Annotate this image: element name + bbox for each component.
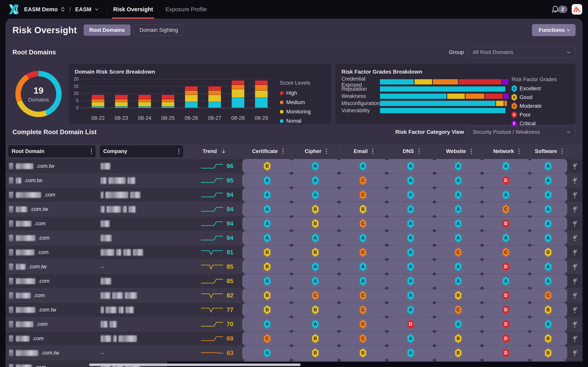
cell-email: A: [338, 159, 387, 173]
grade-badge-A: A: [545, 219, 552, 228]
column-menu-icon[interactable]: [282, 148, 284, 155]
project-switcher-icon[interactable]: [61, 6, 65, 12]
score-legend-item-medium[interactable]: Medium: [280, 100, 311, 105]
attack-path-actions-icon[interactable]: [572, 292, 578, 299]
grade-legend-item-good[interactable]: BGood: [511, 94, 557, 101]
column-menu-icon[interactable]: [372, 148, 373, 155]
column-menu-icon[interactable]: [561, 148, 563, 155]
cell-company: [98, 274, 185, 288]
nav-tab-exposure-profile[interactable]: Exposure Profile: [165, 0, 207, 19]
category-view-select[interactable]: Security Posture / Weakness: [468, 126, 576, 138]
grade-segment-B: [447, 94, 465, 99]
table-row[interactable]: .com94ABCAADA: [6, 216, 582, 231]
notification-count-badge[interactable]: 2: [558, 6, 567, 13]
column-header-label: DNS: [403, 148, 414, 154]
domain-redacted: [16, 307, 35, 313]
table-row[interactable]: .com.tw–85BAAAADA: [6, 259, 582, 274]
legend-dot: [280, 119, 284, 123]
table-row[interactable]: .com82BCCABDC: [6, 288, 582, 302]
attack-path-actions-icon[interactable]: [572, 350, 578, 357]
column-menu-icon[interactable]: [178, 148, 180, 155]
column-header-label: Trend: [203, 148, 217, 154]
cell-certificate: A: [242, 346, 292, 360]
score-legend-item-nomal[interactable]: Nomal: [280, 118, 311, 124]
table-row[interactable]: .com70AACDADA: [6, 317, 582, 331]
cell-website: A: [434, 202, 483, 216]
attack-path-actions-icon[interactable]: [572, 177, 578, 184]
column-menu-icon[interactable]: [418, 148, 420, 155]
cell-cipher: A: [291, 260, 340, 274]
attack-path-actions-icon[interactable]: [572, 192, 578, 199]
attack-path-actions-icon[interactable]: [572, 234, 578, 242]
table-row[interactable]: .com94AAAAAAA: [6, 231, 582, 245]
table-row[interactable]: .com.tw96BAAAAAA: [6, 159, 582, 173]
column-filter-box-root-domain[interactable]: Root Domain: [8, 145, 96, 157]
table-row[interactable]: .com85AAAAAAA: [6, 274, 582, 288]
grade-badge-C: C: [455, 248, 462, 257]
risk-score-bar-08-28: [232, 80, 244, 108]
column-menu-icon[interactable]: [326, 148, 327, 155]
cell-actions: [567, 332, 583, 346]
table-row[interactable]: .com91BBCACCB: [6, 245, 582, 259]
cell-trend: 94: [185, 188, 243, 202]
grade-legend-item-excellent[interactable]: AExcellent: [511, 85, 557, 92]
trend-sparkline: [201, 163, 224, 170]
domain-suffix: .com: [44, 192, 55, 198]
bar-segment-high: [208, 86, 221, 91]
column-menu-icon[interactable]: [470, 148, 472, 155]
cell-certificate: B: [242, 260, 292, 274]
table-row[interactable]: .com69CBCABDB: [6, 331, 582, 346]
table-row[interactable]: .com94AACAAAA: [6, 188, 582, 202]
view-tab-root-domains[interactable]: Root Domains: [84, 25, 130, 36]
column-menu-icon[interactable]: [91, 148, 92, 155]
nav-tab-risk-oversight[interactable]: Risk Oversight: [113, 0, 153, 19]
section-chevron-down-icon[interactable]: [95, 7, 99, 11]
cell-certificate: A: [242, 202, 292, 216]
avatar[interactable]: [572, 4, 582, 15]
attack-path-actions-icon[interactable]: [572, 321, 578, 328]
attack-path-actions-icon[interactable]: [572, 249, 578, 256]
bar-segment-high: [115, 95, 128, 99]
table-row[interactable]: .com.tw94ABBAACA: [6, 202, 582, 216]
column-header-label: Certificate: [252, 148, 278, 154]
attack-path-actions-icon[interactable]: [572, 335, 578, 342]
chevron-down-icon: [566, 50, 571, 55]
attack-path-actions-icon[interactable]: [572, 163, 578, 170]
table-row[interactable]: .com.tw95AACAADA: [6, 173, 582, 188]
grade-badge-B: B: [455, 348, 462, 358]
bar-segment-medium: [232, 85, 244, 89]
grade-badge-A: A: [455, 234, 462, 242]
breadcrumb-project[interactable]: EASM Demo: [24, 6, 58, 13]
grade-legend-item-moderate[interactable]: CModerate: [511, 102, 557, 109]
company-redacted: [106, 307, 117, 313]
attack-path-actions-icon[interactable]: [572, 263, 578, 270]
app-logo-icon[interactable]: [8, 4, 19, 15]
score-legend-item-monitoring[interactable]: Monitoring: [280, 109, 311, 115]
group-select[interactable]: All Root Domains: [468, 47, 576, 58]
table-row[interactable]: .com.tw77BBCACDB: [6, 302, 582, 317]
grade-badge-A: A: [407, 276, 414, 286]
grade-legend-item-poor[interactable]: DPoor: [511, 111, 557, 118]
grade-hex-A: A: [511, 85, 517, 92]
horizontal-scrollbar-thumb[interactable]: [89, 364, 301, 366]
cell-cipher: B: [291, 245, 340, 259]
column-header-network: Network: [483, 144, 530, 159]
attack-path-actions-icon[interactable]: [572, 278, 578, 285]
grade-badge-A: A: [455, 320, 462, 329]
sort-desc-icon[interactable]: [221, 149, 226, 154]
company-empty-dash: –: [101, 350, 104, 356]
cell-certificate: B: [242, 303, 292, 317]
table-row[interactable]: .com.tw–63ABBABDB: [6, 346, 582, 360]
attack-path-actions-icon[interactable]: [572, 306, 578, 313]
cell-software: B: [529, 332, 567, 346]
functions-button[interactable]: Functions: [532, 24, 576, 36]
column-menu-icon[interactable]: [518, 148, 520, 155]
score-legend-item-high[interactable]: High: [280, 90, 311, 96]
breadcrumb-section[interactable]: EASM: [75, 6, 91, 13]
domains-count-label: Domains: [28, 97, 49, 103]
attack-path-actions-icon[interactable]: [572, 206, 578, 213]
view-tab-domain-sighting[interactable]: Domain Sighting: [134, 25, 184, 36]
grade-badge-D: D: [503, 219, 509, 228]
attack-path-actions-icon[interactable]: [572, 220, 578, 227]
column-filter-box-company[interactable]: Company: [100, 145, 183, 157]
